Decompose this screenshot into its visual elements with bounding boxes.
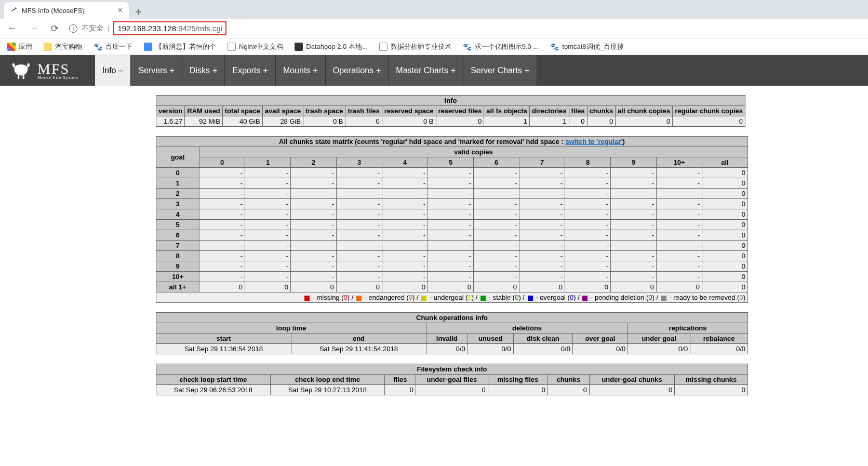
bookmark-item[interactable]: 🐾百度一下: [94, 42, 132, 51]
matrix-cell: -: [199, 209, 245, 220]
mfs-tab-server-charts[interactable]: Server Charts+: [463, 55, 537, 86]
bookmark-item[interactable]: 🐾tomcat8调优_百度搜: [550, 42, 623, 51]
fs-value: 0: [589, 385, 674, 395]
matrix-cell: -: [291, 251, 337, 261]
bookmark-label: 【新消息】若恒的个: [155, 42, 216, 51]
matrix-col-header: 3: [337, 157, 382, 168]
chunk-ops-title: Chunk operations info: [156, 313, 748, 323]
matrix-cell: -: [428, 199, 474, 209]
matrix-cell: -: [519, 230, 565, 241]
tab-suffix: +: [313, 66, 317, 75]
matrix-cell: -: [519, 272, 565, 282]
back-button[interactable]: ←: [5, 23, 19, 34]
bookmark-item[interactable]: 【新消息】若恒的个: [144, 42, 216, 51]
matrix-cell: -: [245, 168, 291, 178]
url-ip: 192.168.233.128: [117, 24, 176, 33]
tab-label: Servers: [138, 66, 167, 75]
matrix-cell: 0: [519, 282, 565, 292]
matrix-cell: -: [519, 199, 565, 209]
matrix-cell: -: [382, 209, 428, 220]
matrix-cell: -: [337, 220, 382, 230]
matrix-cell: -: [565, 189, 611, 199]
matrix-title-prefix: All chunks state matrix (counts 'regular…: [279, 138, 565, 145]
mfs-tab-operations[interactable]: Operations+: [326, 55, 389, 86]
logo-subtitle: Moose File System: [37, 75, 78, 80]
bookmark-label: 百度一下: [105, 42, 132, 51]
bookmark-label: 淘宝购物: [55, 42, 82, 51]
mfs-tab-disks[interactable]: Disks+: [182, 55, 225, 86]
mfs-tab-servers[interactable]: Servers+: [131, 55, 182, 86]
mfs-tab-mounts[interactable]: Mounts+: [276, 55, 326, 86]
bookmark-item[interactable]: Datahoop 2.0 本地...: [295, 42, 368, 51]
new-tab-button[interactable]: +: [129, 5, 148, 19]
matrix-cell: 0: [702, 199, 748, 209]
forward-button[interactable]: →: [27, 23, 41, 34]
matrix-cell: -: [611, 230, 657, 241]
ops-start-value: Sat Sep 29 11:36:54 2018: [156, 344, 291, 354]
matrix-cell: -: [657, 189, 702, 199]
matrix-cell: -: [611, 261, 657, 272]
matrix-cell: -: [657, 251, 702, 261]
matrix-cell: -: [245, 272, 291, 282]
matrix-cell: -: [245, 220, 291, 230]
matrix-cell: -: [428, 272, 474, 282]
matrix-row-header: 5: [156, 220, 199, 230]
matrix-cell: -: [474, 272, 519, 282]
matrix-cell: -: [428, 209, 474, 220]
ops-value: 0/0: [513, 344, 572, 354]
browser-tab[interactable]: MFS Info (MooseFS) ×: [4, 2, 129, 19]
matrix-cell: -: [337, 251, 382, 261]
ops-end-value: Sat Sep 29 11:41:54 2018: [291, 344, 426, 354]
info-value: 0 B: [382, 116, 436, 127]
bookmark-item[interactable]: Nginx中文文档: [228, 42, 283, 51]
bookmark-label: 数据分析师专业技术: [391, 42, 451, 51]
info-header: regular chunk copies: [673, 106, 745, 116]
matrix-cell: -: [245, 241, 291, 251]
matrix-cell: -: [657, 261, 702, 272]
matrix-cell: -: [565, 199, 611, 209]
matrix-cell: -: [337, 272, 382, 282]
matrix-cell: -: [657, 241, 702, 251]
close-tab-icon[interactable]: ×: [118, 6, 123, 15]
matrix-cell: -: [291, 178, 337, 189]
info-header: trash files: [345, 106, 382, 116]
info-value: 0: [345, 116, 382, 127]
matrix-switch-link[interactable]: switch to 'regular': [565, 138, 622, 145]
url-port: :9425: [176, 24, 196, 33]
bookmark-item[interactable]: 数据分析师专业技术: [379, 42, 451, 51]
mfs-tab-exports[interactable]: Exports+: [225, 55, 276, 86]
matrix-cell: -: [657, 220, 702, 230]
tab-suffix: +: [376, 66, 381, 75]
reload-button[interactable]: ⟳: [49, 23, 61, 34]
fs-header: missing files: [488, 375, 547, 385]
url-field[interactable]: i 不安全 | 192.168.233.128:9425/mfs.cgi: [69, 21, 863, 36]
mfs-tab-info[interactable]: Info–: [95, 55, 131, 86]
matrix-cell: -: [565, 261, 611, 272]
matrix-cell: -: [657, 230, 702, 241]
matrix-cell: -: [474, 251, 519, 261]
matrix-cell: -: [337, 209, 382, 220]
bookmark-item[interactable]: 应用: [7, 42, 32, 51]
bookmark-label: tomcat8调优_百度搜: [562, 42, 623, 51]
matrix-cell: -: [291, 220, 337, 230]
info-header: avail space: [262, 106, 303, 116]
matrix-cell: -: [565, 230, 611, 241]
mfs-tab-master-charts[interactable]: Master Charts+: [389, 55, 463, 86]
bookmark-item[interactable]: 淘宝购物: [44, 42, 82, 51]
url-path: /mfs.cgi: [196, 24, 223, 33]
matrix-cell: 0: [291, 282, 337, 292]
url-highlight-box: 192.168.233.128:9425/mfs.cgi: [113, 21, 226, 35]
bookmark-item[interactable]: 🐾求一个亿图图示9.0 ...: [463, 42, 539, 51]
bookmark-label: 求一个亿图图示9.0 ...: [475, 42, 539, 51]
matrix-table: All chunks state matrix (counts 'regular…: [156, 136, 748, 303]
tab-label: Master Charts: [396, 66, 448, 75]
matrix-cell: -: [428, 241, 474, 251]
site-info-icon[interactable]: i: [69, 24, 77, 33]
matrix-cell: -: [611, 199, 657, 209]
loop-time-header: loop time: [156, 323, 426, 334]
chunk-ops-table: Chunk operations info loop time deletion…: [156, 312, 748, 354]
matrix-cell: -: [428, 261, 474, 272]
matrix-cell: -: [291, 272, 337, 282]
matrix-row-header: all 1+: [156, 282, 199, 292]
ops-value: 0/0: [628, 344, 690, 354]
